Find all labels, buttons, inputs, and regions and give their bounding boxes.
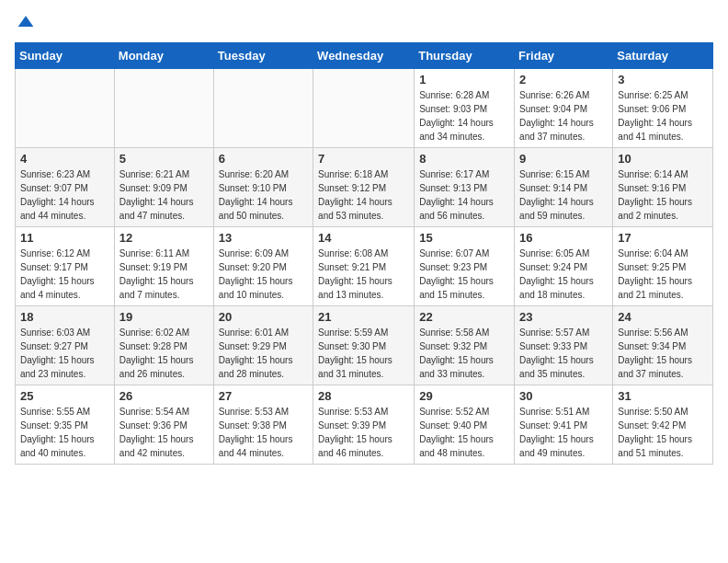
calendar-cell: 19Sunrise: 6:02 AMSunset: 9:28 PMDayligh… [114, 306, 213, 385]
day-number: 21 [318, 310, 409, 324]
calendar-cell: 16Sunrise: 6:05 AMSunset: 9:24 PMDayligh… [515, 227, 613, 306]
day-info: Sunrise: 5:51 AMSunset: 9:41 PMDaylight:… [519, 405, 608, 460]
calendar-week-4: 18Sunrise: 6:03 AMSunset: 9:27 PMDayligh… [16, 306, 713, 385]
day-number: 3 [618, 73, 708, 86]
calendar-cell: 5Sunrise: 6:21 AMSunset: 9:09 PMDaylight… [114, 148, 213, 227]
weekday-header-tuesday: Tuesday [213, 43, 313, 69]
day-number: 9 [519, 152, 608, 166]
calendar-cell: 2Sunrise: 6:26 AMSunset: 9:04 PMDaylight… [515, 69, 613, 148]
day-info: Sunrise: 6:02 AMSunset: 9:28 PMDaylight:… [119, 326, 209, 381]
day-number: 5 [119, 152, 209, 166]
day-info: Sunrise: 6:03 AMSunset: 9:27 PMDaylight:… [20, 326, 109, 381]
weekday-header-friday: Friday [515, 43, 613, 69]
logo [15, 15, 35, 31]
day-number: 17 [618, 231, 708, 245]
calendar-cell: 24Sunrise: 5:56 AMSunset: 9:34 PMDayligh… [613, 306, 713, 385]
calendar-cell: 9Sunrise: 6:15 AMSunset: 9:14 PMDaylight… [515, 148, 613, 227]
day-info: Sunrise: 6:11 AMSunset: 9:19 PMDaylight:… [119, 247, 209, 302]
calendar-cell: 17Sunrise: 6:04 AMSunset: 9:25 PMDayligh… [613, 227, 713, 306]
day-info: Sunrise: 6:05 AMSunset: 9:24 PMDaylight:… [519, 247, 608, 302]
day-info: Sunrise: 6:12 AMSunset: 9:17 PMDaylight:… [20, 247, 109, 302]
day-info: Sunrise: 6:01 AMSunset: 9:29 PMDaylight:… [219, 326, 308, 381]
calendar-cell: 12Sunrise: 6:11 AMSunset: 9:19 PMDayligh… [114, 227, 213, 306]
day-number: 26 [119, 389, 209, 403]
weekday-header-row: SundayMondayTuesdayWednesdayThursdayFrid… [16, 43, 713, 69]
day-number: 31 [618, 389, 708, 403]
day-number: 16 [519, 231, 608, 245]
day-number: 22 [419, 310, 509, 324]
day-number: 24 [618, 310, 708, 324]
day-info: Sunrise: 5:59 AMSunset: 9:30 PMDaylight:… [318, 326, 409, 381]
calendar-week-5: 25Sunrise: 5:55 AMSunset: 9:35 PMDayligh… [16, 385, 713, 465]
day-number: 7 [318, 152, 409, 166]
calendar-cell [114, 69, 213, 148]
day-number: 6 [219, 152, 308, 166]
calendar-week-3: 11Sunrise: 6:12 AMSunset: 9:17 PMDayligh… [16, 227, 713, 306]
logo-icon [17, 13, 35, 31]
day-number: 27 [219, 389, 308, 403]
calendar-cell: 29Sunrise: 5:52 AMSunset: 9:40 PMDayligh… [415, 385, 515, 465]
weekday-header-sunday: Sunday [16, 43, 115, 69]
weekday-header-monday: Monday [114, 43, 213, 69]
calendar-cell: 22Sunrise: 5:58 AMSunset: 9:32 PMDayligh… [415, 306, 515, 385]
day-number: 29 [419, 389, 509, 403]
day-info: Sunrise: 6:07 AMSunset: 9:23 PMDaylight:… [419, 247, 509, 302]
day-info: Sunrise: 5:56 AMSunset: 9:34 PMDaylight:… [618, 326, 708, 381]
calendar-cell: 31Sunrise: 5:50 AMSunset: 9:42 PMDayligh… [613, 385, 713, 465]
day-number: 4 [20, 152, 109, 166]
day-number: 18 [20, 310, 109, 324]
calendar-cell: 20Sunrise: 6:01 AMSunset: 9:29 PMDayligh… [213, 306, 313, 385]
day-info: Sunrise: 6:21 AMSunset: 9:09 PMDaylight:… [119, 167, 209, 223]
day-info: Sunrise: 5:55 AMSunset: 9:35 PMDaylight:… [20, 405, 109, 460]
calendar-cell: 7Sunrise: 6:18 AMSunset: 9:12 PMDaylight… [313, 148, 415, 227]
day-number: 2 [519, 73, 608, 86]
calendar-cell [16, 69, 115, 148]
day-number: 30 [519, 389, 608, 403]
day-info: Sunrise: 5:58 AMSunset: 9:32 PMDaylight:… [419, 326, 509, 381]
calendar-week-2: 4Sunrise: 6:23 AMSunset: 9:07 PMDaylight… [16, 148, 713, 227]
calendar-cell: 4Sunrise: 6:23 AMSunset: 9:07 PMDaylight… [16, 148, 115, 227]
day-number: 14 [318, 231, 409, 245]
calendar-cell: 23Sunrise: 5:57 AMSunset: 9:33 PMDayligh… [515, 306, 613, 385]
day-info: Sunrise: 6:08 AMSunset: 9:21 PMDaylight:… [318, 247, 409, 302]
calendar-cell: 10Sunrise: 6:14 AMSunset: 9:16 PMDayligh… [613, 148, 713, 227]
day-info: Sunrise: 6:14 AMSunset: 9:16 PMDaylight:… [618, 167, 708, 223]
day-info: Sunrise: 6:15 AMSunset: 9:14 PMDaylight:… [519, 167, 608, 223]
day-number: 11 [20, 231, 109, 245]
day-info: Sunrise: 6:17 AMSunset: 9:13 PMDaylight:… [419, 167, 509, 223]
day-number: 8 [419, 152, 509, 166]
page-header [15, 15, 713, 31]
calendar-cell: 27Sunrise: 5:53 AMSunset: 9:38 PMDayligh… [213, 385, 313, 465]
day-info: Sunrise: 6:09 AMSunset: 9:20 PMDaylight:… [219, 247, 308, 302]
calendar-cell: 18Sunrise: 6:03 AMSunset: 9:27 PMDayligh… [16, 306, 115, 385]
day-info: Sunrise: 6:20 AMSunset: 9:10 PMDaylight:… [219, 167, 308, 223]
calendar-cell: 26Sunrise: 5:54 AMSunset: 9:36 PMDayligh… [114, 385, 213, 465]
day-info: Sunrise: 5:52 AMSunset: 9:40 PMDaylight:… [419, 405, 509, 460]
day-info: Sunrise: 6:23 AMSunset: 9:07 PMDaylight:… [20, 167, 109, 223]
day-info: Sunrise: 6:04 AMSunset: 9:25 PMDaylight:… [618, 247, 708, 302]
calendar-cell: 3Sunrise: 6:25 AMSunset: 9:06 PMDaylight… [613, 69, 713, 148]
day-number: 13 [219, 231, 308, 245]
calendar-cell: 13Sunrise: 6:09 AMSunset: 9:20 PMDayligh… [213, 227, 313, 306]
day-info: Sunrise: 5:53 AMSunset: 9:39 PMDaylight:… [318, 405, 409, 460]
day-info: Sunrise: 5:54 AMSunset: 9:36 PMDaylight:… [119, 405, 209, 460]
svg-marker-0 [18, 16, 34, 27]
day-number: 23 [519, 310, 608, 324]
weekday-header-saturday: Saturday [613, 43, 713, 69]
day-number: 1 [419, 73, 509, 86]
calendar-cell [213, 69, 313, 148]
day-number: 28 [318, 389, 409, 403]
calendar-week-1: 1Sunrise: 6:28 AMSunset: 9:03 PMDaylight… [16, 69, 713, 148]
day-number: 10 [618, 152, 708, 166]
calendar-cell: 11Sunrise: 6:12 AMSunset: 9:17 PMDayligh… [16, 227, 115, 306]
calendar-cell: 1Sunrise: 6:28 AMSunset: 9:03 PMDaylight… [415, 69, 515, 148]
day-info: Sunrise: 5:50 AMSunset: 9:42 PMDaylight:… [618, 405, 708, 460]
day-info: Sunrise: 5:57 AMSunset: 9:33 PMDaylight:… [519, 326, 608, 381]
day-info: Sunrise: 6:28 AMSunset: 9:03 PMDaylight:… [419, 88, 509, 144]
calendar-cell: 25Sunrise: 5:55 AMSunset: 9:35 PMDayligh… [16, 385, 115, 465]
calendar-cell: 15Sunrise: 6:07 AMSunset: 9:23 PMDayligh… [415, 227, 515, 306]
calendar-cell: 6Sunrise: 6:20 AMSunset: 9:10 PMDaylight… [213, 148, 313, 227]
day-number: 20 [219, 310, 308, 324]
calendar-cell: 21Sunrise: 5:59 AMSunset: 9:30 PMDayligh… [313, 306, 415, 385]
day-info: Sunrise: 6:25 AMSunset: 9:06 PMDaylight:… [618, 88, 708, 144]
